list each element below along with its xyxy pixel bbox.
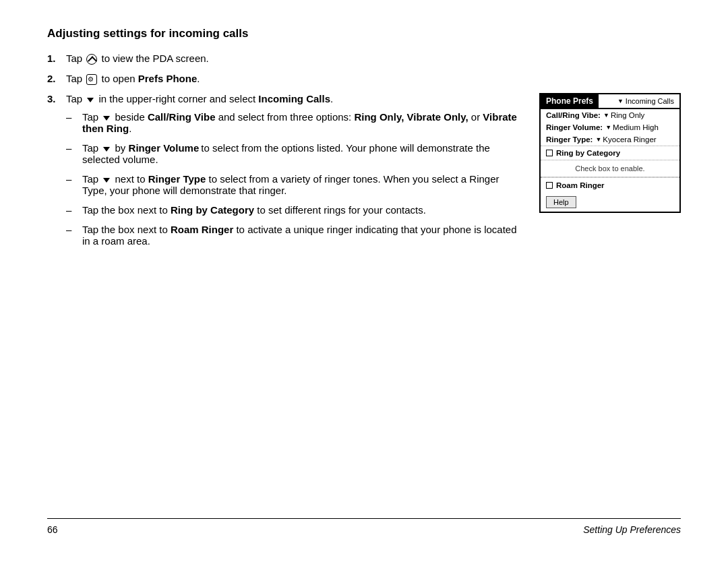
- home-icon: [86, 54, 97, 65]
- panel-header-dropdown-label: Incoming Calls: [626, 97, 674, 105]
- panel-row-1-val-text: Ring Only: [611, 111, 645, 119]
- ring-category-label: Ring by Category: [556, 149, 620, 157]
- arrow-down-icon-b2: [103, 147, 110, 152]
- panel-row-2-val-text: Medium High: [613, 123, 659, 131]
- panel-ring-category-row: Ring by Category: [541, 146, 679, 160]
- panel-row-1-value: ▼ Ring Only: [603, 111, 644, 119]
- bullet-list: – Tap beside Call/Ring Vibe and select f…: [66, 111, 526, 247]
- step-2-number: 2.: [47, 73, 59, 84]
- panel-title: Phone Prefs: [541, 94, 599, 108]
- panel-help-row: Help: [541, 193, 679, 212]
- bullet-2: – Tap by Ringer Volume to select from th…: [66, 142, 526, 165]
- step-1: 1. Tap to view the PDA screen.: [47, 53, 681, 65]
- page: Adjusting settings for incoming calls 1.…: [0, 0, 728, 562]
- bullet-3-content: Tap next to Ringer Type to select from a…: [82, 173, 526, 196]
- dropdown-arrow-2: ▼: [605, 124, 611, 131]
- arrow-down-icon-b3: [103, 178, 110, 183]
- footer-section: Setting Up Preferences: [583, 524, 681, 535]
- step-3: 3. Tap in the upper-right corner and sel…: [47, 93, 681, 255]
- prefs-icon: [86, 74, 97, 85]
- panel-row-2-label: Ringer Volume:: [546, 123, 603, 131]
- bullet-dash-1: –: [66, 111, 75, 123]
- dropdown-arrow-header: ▼: [617, 98, 624, 104]
- roam-ringer-checkbox[interactable]: [546, 182, 553, 189]
- section-title: Adjusting settings for incoming calls: [47, 27, 681, 40]
- panel-roam-row: Roam Ringer: [541, 177, 679, 193]
- bullet-dash-3: –: [66, 173, 75, 185]
- footer-page-number: 66: [47, 524, 58, 535]
- roam-ringer-label: Roam Ringer: [556, 181, 605, 189]
- bullet-2-content: Tap by Ringer Volume to select from the …: [82, 142, 526, 165]
- step-2: 2. Tap to open Prefs Phone.: [47, 73, 681, 85]
- panel-row-1-label: Call/Ring Vibe:: [546, 111, 601, 119]
- dropdown-arrow-3: ▼: [595, 136, 601, 143]
- panel-header: Phone Prefs ▼ Incoming Calls: [541, 94, 679, 109]
- bullet-1-content: Tap beside Call/Ring Vibe and select fro…: [82, 111, 526, 134]
- bullet-dash-4: –: [66, 204, 75, 216]
- ring-category-checkbox[interactable]: [546, 150, 553, 156]
- panel-row-3-value: ▼ Kyocera Ringer: [595, 135, 656, 144]
- footer: 66 Setting Up Preferences: [47, 518, 681, 535]
- arrow-down-icon-b1: [103, 116, 110, 121]
- help-button[interactable]: Help: [546, 196, 576, 208]
- step-2-content: Tap to open Prefs Phone.: [66, 73, 681, 85]
- step-3-text: Tap in the upper-right corner and select…: [66, 93, 526, 255]
- panel-row-2: Ringer Volume: ▼ Medium High: [541, 121, 679, 133]
- bullet-5: – Tap the box next to Roam Ringer to act…: [66, 224, 526, 247]
- dropdown-arrow-1: ▼: [603, 112, 609, 119]
- step-1-number: 1.: [47, 53, 59, 64]
- phone-prefs-panel: Phone Prefs ▼ Incoming Calls Call/Ring V…: [539, 93, 681, 213]
- bullet-3: – Tap next to Ringer Type to select from…: [66, 173, 526, 196]
- panel-row-2-value: ▼ Medium High: [605, 123, 659, 131]
- step-3-number: 3.: [47, 93, 59, 104]
- panel-row-3-val-text: Kyocera Ringer: [603, 135, 656, 144]
- bullet-4-content: Tap the box next to Ring by Category to …: [82, 204, 526, 216]
- panel-row-1: Call/Ring Vibe: ▼ Ring Only: [541, 109, 679, 121]
- panel-row-3-label: Ringer Type:: [546, 135, 593, 144]
- content-area: Adjusting settings for incoming calls 1.…: [47, 27, 681, 518]
- bullet-4: – Tap the box next to Ring by Category t…: [66, 204, 526, 216]
- step-1-content: Tap to view the PDA screen.: [66, 53, 681, 65]
- arrow-down-icon-3: [87, 98, 94, 102]
- bullet-dash-5: –: [66, 224, 75, 235]
- step-3-row: Tap in the upper-right corner and select…: [66, 93, 681, 255]
- bullet-dash-2: –: [66, 142, 75, 154]
- bullet-1: – Tap beside Call/Ring Vibe and select f…: [66, 111, 526, 134]
- numbered-list: 1. Tap to view the PDA screen. 2. Tap to…: [47, 53, 681, 263]
- panel-check-note: Check box to enable.: [541, 160, 679, 177]
- panel-header-dropdown: ▼ Incoming Calls: [612, 95, 679, 107]
- bullet-5-content: Tap the box next to Roam Ringer to activ…: [82, 224, 526, 247]
- step-3-content: Tap in the upper-right corner and select…: [66, 93, 681, 255]
- panel-row-3: Ringer Type: ▼ Kyocera Ringer: [541, 133, 679, 146]
